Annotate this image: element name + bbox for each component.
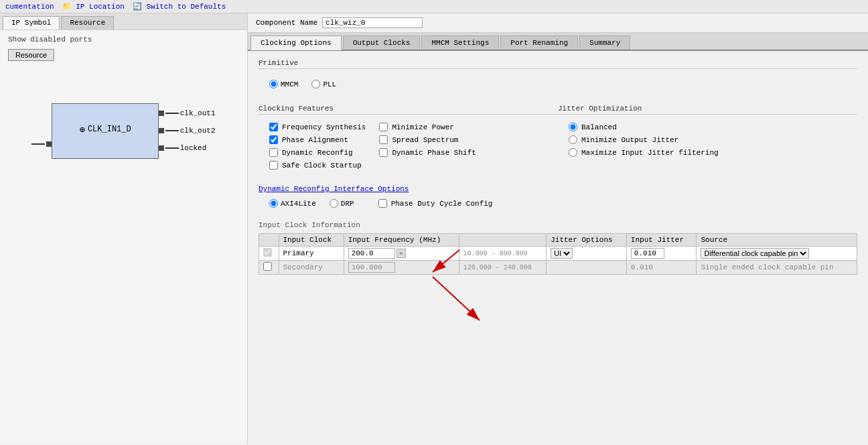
cb-minimize-power-input[interactable] — [379, 123, 388, 131]
cb-phase-alignment-input[interactable] — [269, 135, 278, 144]
primary-jitter-opt-cell: UI — [547, 247, 627, 261]
docs-link[interactable]: cumentation — [5, 3, 54, 11]
jitter-maximize-label: Maximize Input Jitter filtering — [581, 149, 719, 157]
left-panel: IP Symbol Resource Show disabled ports R… — [0, 13, 248, 444]
cb-spread-spectrum-label: Spread Spectrum — [392, 136, 458, 144]
phase-duty-checkbox[interactable] — [378, 199, 387, 208]
primitive-mmcm[interactable]: MMCM — [269, 80, 298, 88]
cb-dynamic-phase-shift-input[interactable] — [379, 148, 388, 157]
component-name-label: Component Name — [256, 19, 317, 27]
cb-frequency-synthesis-input[interactable] — [269, 123, 278, 131]
cb-safe-clock-startup-input[interactable] — [269, 161, 278, 170]
primitive-pll[interactable]: PLL — [311, 80, 336, 88]
jitter-maximize-radio[interactable] — [569, 148, 577, 157]
reconfig-drp-radio[interactable] — [330, 199, 338, 208]
left-wire — [31, 143, 45, 145]
secondary-freq-cell — [344, 261, 459, 275]
cb-phase-alignment[interactable]: Phase Alignment — [269, 135, 366, 144]
secondary-name-cell: Secondary — [279, 261, 344, 275]
jitter-balanced-label: Balanced — [581, 123, 617, 131]
primary-checkbox[interactable] — [263, 248, 272, 257]
primary-source-cell: Differential clock capable pin — [697, 247, 857, 261]
primary-checkbox-cell — [259, 247, 279, 261]
cb-dynamic-reconfig[interactable]: Dynamic Reconfig — [269, 148, 366, 157]
resource-button[interactable]: Resource — [8, 49, 54, 61]
jitter-minimize[interactable]: Minimize Output Jitter — [569, 135, 847, 144]
component-name-input[interactable] — [322, 17, 423, 28]
ip-location-link[interactable]: 📁 IP Location — [62, 2, 125, 11]
jitter-maximize[interactable]: Maximize Input Jitter filtering — [569, 148, 847, 157]
jitter-optimization-label: Jitter Optimization — [558, 105, 857, 115]
clocking-features-col2: Minimize Power Spread Spectrum Dynamic P… — [379, 123, 476, 174]
dynamic-reconfig-link[interactable]: Dynamic Reconfig Interface Options — [259, 185, 409, 193]
main-container: IP Symbol Resource Show disabled ports R… — [0, 13, 868, 444]
tab-ip-symbol[interactable]: IP Symbol — [3, 16, 60, 29]
jitter-minimize-radio[interactable] — [569, 135, 577, 144]
secondary-jitter-val-cell: 0.010 — [626, 261, 697, 275]
cb-frequency-synthesis-label: Frequency Synthesis — [282, 123, 366, 131]
tab-resource[interactable]: Resource — [61, 16, 114, 29]
input-clock-table: Input Clock Input Frequency (MHz) Jitter… — [259, 233, 857, 275]
two-col-section: Clocking Features Frequency Synthesis — [259, 105, 857, 176]
cb-safe-clock-startup[interactable]: Safe Clock Startup — [269, 161, 366, 170]
tab-clocking-options[interactable]: Clocking Options — [250, 36, 342, 50]
port-label-clk-out1: clk_out1 — [180, 109, 216, 117]
reconfig-options: AXI4Lite DRP Phase Duty Cycle Config — [259, 194, 857, 213]
table-row-secondary: Secondary 120.000 - 240.000 0.010 — [259, 261, 857, 275]
cb-minimize-power[interactable]: Minimize Power — [379, 123, 476, 131]
secondary-checkbox[interactable] — [263, 262, 272, 271]
primitive-label: Primitive — [259, 59, 857, 69]
cb-dynamic-reconfig-input[interactable] — [269, 148, 278, 157]
right-port-clk-out1: clk_out1 — [159, 109, 216, 117]
secondary-source-text: Single ended clock capable pin — [701, 263, 833, 271]
primitive-radio-group: MMCM PLL — [259, 74, 857, 94]
input-clock-section: Input Clock Information Input Clock Inpu… — [259, 221, 857, 275]
jitter-optimization: Jitter Optimization Balanced Minimize Ou… — [558, 105, 857, 176]
tab-summary[interactable]: Summary — [579, 36, 630, 50]
reconfig-axi4lite-radio[interactable] — [269, 199, 278, 208]
table-header-row: Input Clock Input Frequency (MHz) Jitter… — [259, 234, 857, 247]
primary-freq-input[interactable] — [348, 248, 395, 259]
cb-frequency-synthesis[interactable]: Frequency Synthesis — [269, 123, 366, 131]
ip-symbol-box: ⊕ CLK_IN1_D — [52, 103, 158, 159]
dynamic-reconfig-section: Dynamic Reconfig Interface Options AXI4L… — [259, 184, 857, 213]
primary-jitter-val-cell — [626, 247, 697, 261]
primary-source-select[interactable]: Differential clock capable pin — [701, 248, 809, 259]
cb-dynamic-phase-shift-label: Dynamic Phase Shift — [392, 149, 476, 157]
right-port-locked: locked — [159, 144, 216, 152]
phase-duty-cycle[interactable]: Phase Duty Cycle Config — [368, 196, 504, 210]
primary-jitter-select[interactable]: UI — [551, 248, 573, 259]
symbol-name: CLK_IN1_D — [88, 125, 131, 134]
switch-defaults-link[interactable]: 🔄 Switch to Defaults — [133, 2, 226, 11]
reconfig-drp[interactable]: DRP — [330, 199, 354, 208]
primitive-mmcm-radio[interactable] — [269, 80, 278, 88]
primary-range: 10.000 - 800.000 — [463, 250, 528, 257]
reconfig-axi4lite[interactable]: AXI4Lite — [269, 199, 316, 208]
cb-minimize-power-label: Minimize Power — [392, 123, 453, 131]
tab-port-renaming[interactable]: Port Renaming — [500, 36, 578, 50]
secondary-jitter-opt-cell — [547, 261, 627, 275]
cb-spread-spectrum-input[interactable] — [379, 135, 388, 144]
secondary-range: 120.000 - 240.000 — [463, 264, 532, 271]
symbol-container: ⊕ CLK_IN1_D clk_out1 — [3, 64, 244, 198]
cb-phase-alignment-label: Phase Alignment — [282, 136, 348, 144]
tab-mmcm-settings[interactable]: MMCM Settings — [421, 36, 499, 50]
cb-dynamic-phase-shift[interactable]: Dynamic Phase Shift — [379, 148, 476, 157]
jitter-balanced-radio[interactable] — [569, 123, 577, 131]
primitive-pll-label: PLL — [323, 80, 336, 88]
col-jitter-options: Jitter Options — [547, 234, 627, 247]
jitter-minimize-label: Minimize Output Jitter — [581, 136, 678, 144]
jitter-balanced[interactable]: Balanced — [569, 123, 847, 131]
tab-output-clocks[interactable]: Output Clocks — [343, 36, 421, 50]
cb-dynamic-reconfig-label: Dynamic Reconfig — [282, 149, 353, 157]
right-panel: Component Name Clocking Options Output C… — [248, 13, 868, 444]
secondary-checkbox-cell — [259, 261, 279, 275]
cb-spread-spectrum[interactable]: Spread Spectrum — [379, 135, 476, 144]
expander-icon[interactable]: ⊕ — [79, 124, 84, 135]
clocking-features-col1: Frequency Synthesis Phase Alignment Dyna… — [269, 123, 366, 174]
primary-freq-input-group: ✕ — [348, 248, 455, 259]
primitive-pll-radio[interactable] — [311, 80, 320, 88]
secondary-freq-input[interactable] — [348, 262, 395, 273]
primary-freq-clear-btn[interactable]: ✕ — [396, 249, 406, 258]
primary-jitter-input[interactable] — [631, 248, 664, 259]
